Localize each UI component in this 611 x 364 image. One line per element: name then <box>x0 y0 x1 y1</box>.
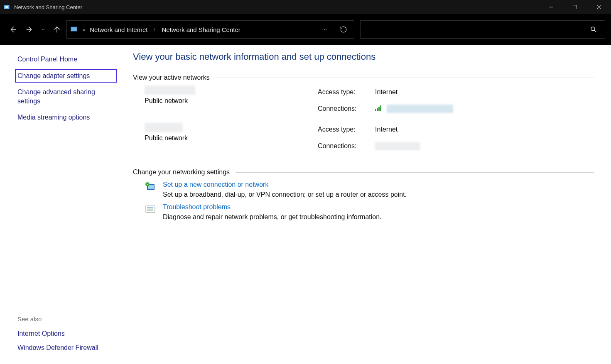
chevron-right-icon[interactable] <box>152 27 157 32</box>
main-panel: View your basic network information and … <box>125 45 611 364</box>
svg-rect-15 <box>377 108 378 111</box>
sidebar-item-change-advanced-sharing[interactable]: Change advanced sharing settings <box>17 88 117 105</box>
network-name-redacted <box>145 86 195 95</box>
svg-rect-4 <box>573 5 577 9</box>
change-settings-label: Change your networking settings <box>133 169 230 176</box>
network-name-redacted <box>145 123 183 132</box>
see-also-internet-options[interactable]: Internet Options <box>17 330 117 337</box>
svg-rect-11 <box>71 27 77 31</box>
search-button[interactable] <box>586 22 601 37</box>
settings-item-setup-connection: + Set up a new connection or network Set… <box>145 181 594 198</box>
change-settings-heading: Change your networking settings <box>133 169 594 176</box>
network-row: Public network Access type: Internet Con… <box>145 123 594 153</box>
sidebar-item-media-streaming[interactable]: Media streaming options <box>17 113 117 122</box>
troubleshoot-desc: Diagnose and repair network problems, or… <box>163 213 382 221</box>
sidebar: Control Panel Home Change adapter settin… <box>0 45 125 364</box>
window-title: Network and Sharing Center <box>14 4 82 10</box>
recent-locations-button[interactable] <box>39 22 47 37</box>
connection-link[interactable] <box>375 142 420 150</box>
address-bar[interactable]: « Network and Internet Network and Shari… <box>66 20 354 39</box>
active-networks-label: View your active networks <box>133 74 210 81</box>
content: Control Panel Home Change adapter settin… <box>0 45 611 364</box>
search-input[interactable] <box>365 26 586 33</box>
back-button[interactable] <box>6 22 20 37</box>
titlebar: Network and Sharing Center <box>0 0 611 14</box>
access-type-label: Access type: <box>318 126 372 133</box>
setup-connection-desc: Set up a broadband, dial-up, or VPN conn… <box>163 191 407 198</box>
troubleshoot-icon <box>145 203 163 221</box>
search-bar[interactable] <box>360 20 605 39</box>
breadcrumb-seg-2[interactable]: Network and Sharing Center <box>162 26 240 33</box>
connection-name-redacted <box>387 105 453 113</box>
svg-rect-22 <box>146 206 155 213</box>
active-networks-heading: View your active networks <box>133 74 594 81</box>
maximize-button[interactable] <box>563 0 587 14</box>
sidebar-item-control-panel-home[interactable]: Control Panel Home <box>17 55 117 64</box>
wifi-signal-icon <box>375 105 383 112</box>
network-row: Public network Access type: Internet Con… <box>145 86 594 115</box>
svg-line-13 <box>594 30 596 32</box>
troubleshoot-link[interactable]: Troubleshoot problems <box>163 203 231 211</box>
network-type: Public network <box>145 97 310 105</box>
page-title: View your basic network information and … <box>133 51 594 62</box>
connections-label: Connections: <box>318 142 372 150</box>
network-type: Public network <box>145 134 310 142</box>
access-type-label: Access type: <box>318 88 372 96</box>
see-also-section: See also Internet Options Windows Defend… <box>17 315 117 358</box>
connections-label: Connections: <box>318 105 372 112</box>
access-type-value: Internet <box>375 126 420 133</box>
close-button[interactable] <box>587 0 611 14</box>
breadcrumb-prefix: « <box>83 27 86 33</box>
navbar: « Network and Internet Network and Shari… <box>0 14 611 45</box>
connection-name-redacted <box>375 142 420 150</box>
address-dropdown-button[interactable] <box>318 22 332 37</box>
access-type-value: Internet <box>375 88 453 96</box>
svg-text:+: + <box>147 183 149 186</box>
forward-button[interactable] <box>22 22 37 37</box>
connection-link[interactable] <box>375 105 453 113</box>
svg-point-2 <box>5 6 8 8</box>
see-also-heading: See also <box>17 315 117 322</box>
svg-rect-14 <box>375 109 376 111</box>
refresh-button[interactable] <box>336 22 351 37</box>
settings-item-troubleshoot: Troubleshoot problems Diagnose and repai… <box>145 203 594 221</box>
svg-rect-16 <box>378 107 380 111</box>
see-also-windows-defender-firewall[interactable]: Windows Defender Firewall <box>17 344 117 352</box>
sidebar-item-change-adapter-settings[interactable]: Change adapter settings <box>15 69 117 83</box>
location-icon <box>70 25 79 34</box>
svg-point-12 <box>591 27 595 31</box>
setup-connection-icon: + <box>145 181 163 198</box>
svg-rect-17 <box>380 105 381 111</box>
breadcrumb-seg-1[interactable]: Network and Internet <box>90 26 147 33</box>
up-button[interactable] <box>50 22 64 37</box>
minimize-button[interactable] <box>539 0 563 14</box>
setup-connection-link[interactable]: Set up a new connection or network <box>163 181 268 188</box>
control-panel-icon <box>3 4 10 10</box>
